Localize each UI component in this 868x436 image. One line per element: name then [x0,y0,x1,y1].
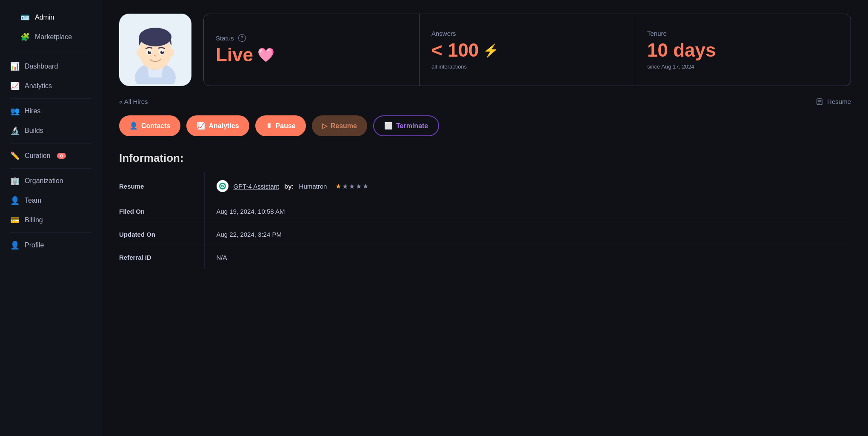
bolt-icon: ⚡ [483,43,499,58]
team-icon: 👤 [10,196,20,205]
star-1: ★ [335,182,341,190]
stars: ★ ★ ★ ★ ★ [335,182,368,190]
status-panel: Status ? Live 🩷 Answers < 100 ⚡ all inte… [203,14,851,86]
pause-button[interactable]: ⏸ Pause [255,115,306,136]
sidebar-item-builds[interactable]: 🔬 Builds [0,121,102,141]
status-cell: Status ? Live 🩷 [204,14,420,86]
info-heading: Information: [119,152,851,165]
contacts-icon: 👤 [129,122,138,130]
profile-icon: 👤 [10,241,20,250]
all-hires-link[interactable]: « All Hires [119,98,148,105]
svg-point-9 [149,51,151,52]
pause-icon: ⏸ [266,122,272,130]
sidebar-label-analytics: Analytics [25,82,52,90]
star-5: ★ [363,182,368,190]
hires-icon: 👥 [10,106,20,116]
info-label-filed: Filed On [119,200,204,223]
admin-icon: 🪪 [20,13,30,22]
info-label-resume: Resume [119,172,204,200]
info-label-updated: Updated On [119,223,204,246]
info-value-resume: GPT-4 Assistant by: Humatron ★ ★ ★ ★ [204,172,851,200]
sidebar-label-team: Team [25,197,41,204]
heart-icon: 🩷 [257,47,274,63]
sidebar-label-curation: Curation [25,152,50,160]
table-row-updated: Updated On Aug 22, 2024, 3:24 PM [119,223,851,246]
terminate-icon: ⬜ [384,122,393,130]
svg-point-10 [162,51,163,52]
sidebar-label-org: Organization [25,177,63,185]
dashboard-icon: 📊 [10,62,20,71]
sidebar-item-analytics[interactable]: 📈 Analytics [0,76,102,96]
info-section: Information: Resume [119,152,851,269]
back-nav: « All Hires Resume [119,98,851,105]
sidebar-label-marketplace: Marketplace [35,33,72,41]
tenure-cell: Tenure 10 days since Aug 17, 2024 [635,14,851,86]
star-4: ★ [356,182,362,190]
terminate-button[interactable]: ⬜ Terminate [373,115,439,136]
answers-value: < 100 ⚡ [431,40,623,61]
sidebar-label-admin: Admin [35,14,54,21]
tenure-label: Tenure [647,30,839,37]
answers-cell: Answers < 100 ⚡ all interactions [420,14,635,86]
status-question-icon[interactable]: ? [238,34,246,42]
curation-badge: 0 [57,153,66,159]
resume-icon: ▷ [322,122,327,130]
gpt-icon [217,180,228,192]
resume-name[interactable]: GPT-4 Assistant [234,183,280,190]
sidebar-item-marketplace[interactable]: 🧩 Marketplace [10,27,91,47]
sidebar-item-profile[interactable]: 👤 Profile [0,235,102,255]
sidebar-label-dashboard: Dashboard [25,63,58,70]
info-value-updated: Aug 22, 2024, 3:24 PM [204,223,851,246]
resume-by-label: by: [284,183,294,190]
table-row-referral: Referral ID N/A [119,246,851,269]
sidebar-item-billing[interactable]: 💳 Billing [0,210,102,230]
table-row-resume: Resume GPT-4 Assistant [119,172,851,200]
sidebar-label-profile: Profile [25,241,44,249]
info-label-referral: Referral ID [119,246,204,269]
sidebar-label-builds: Builds [25,127,43,135]
star-2: ★ [342,182,348,190]
sidebar-label-hires: Hires [25,107,40,115]
svg-point-8 [160,51,164,54]
resume-button[interactable]: ▷ Resume [312,115,367,136]
resume-cell: GPT-4 Assistant by: Humatron ★ ★ ★ ★ [217,180,851,192]
curation-icon: ✏️ [10,151,20,161]
status-label: Status ? [216,34,407,42]
svg-point-12 [169,49,174,57]
star-3: ★ [349,182,355,190]
resume-nav-link[interactable]: Resume [816,98,851,105]
avatar [119,14,191,86]
org-icon: 🏢 [10,176,20,186]
main-content: Status ? Live 🩷 Answers < 100 ⚡ all inte… [102,0,868,436]
sidebar-label-billing: Billing [25,216,43,224]
contacts-button[interactable]: 👤 Contacts [119,115,180,136]
marketplace-icon: 🧩 [20,32,30,42]
avatar-svg [121,16,189,84]
action-buttons: 👤 Contacts 📈 Analytics ⏸ Pause ▷ Resume … [119,115,851,136]
builds-icon: 🔬 [10,126,20,135]
svg-point-11 [137,49,142,57]
status-value: Live 🩷 [216,44,407,66]
analytics-icon: 📈 [10,81,20,91]
sidebar: 🪪 Admin 🧩 Marketplace 📊 Dashboard 📈 Anal… [0,0,102,436]
sidebar-item-admin[interactable]: 🪪 Admin [10,8,91,27]
table-row-filed: Filed On Aug 19, 2024, 10:58 AM [119,200,851,223]
tenure-value: 10 days [647,40,839,61]
sidebar-item-hires[interactable]: 👥 Hires [0,101,102,121]
sidebar-item-organization[interactable]: 🏢 Organization [0,171,102,191]
info-value-referral: N/A [204,246,851,269]
sidebar-item-team[interactable]: 👤 Team [0,191,102,210]
resume-by-value: Humatron [299,183,327,190]
analytics-button[interactable]: 📈 Analytics [186,115,249,136]
top-section: Status ? Live 🩷 Answers < 100 ⚡ all inte… [119,14,851,86]
answers-sub: all interactions [431,63,623,70]
info-table: Resume GPT-4 Assistant [119,172,851,269]
billing-icon: 💳 [10,215,20,225]
svg-point-7 [148,51,151,54]
sidebar-item-dashboard[interactable]: 📊 Dashboard [0,57,102,76]
tenure-sub: since Aug 17, 2024 [647,63,839,70]
sidebar-item-curation[interactable]: ✏️ Curation 0 [0,146,102,166]
analytics-btn-icon: 📈 [197,122,205,130]
info-value-filed: Aug 19, 2024, 10:58 AM [204,200,851,223]
answers-label: Answers [431,30,623,37]
